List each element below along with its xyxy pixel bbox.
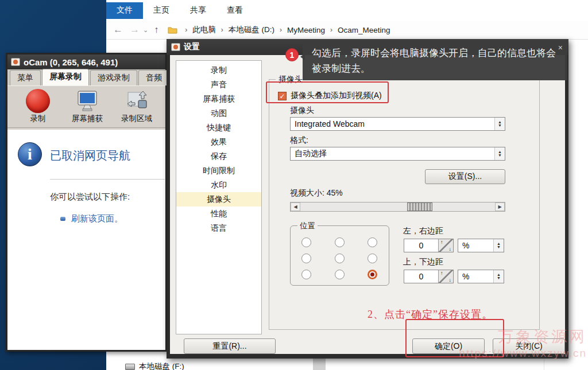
sidebar-item-drive-f[interactable]: 本地磁盘 (F:) [125,361,184,370]
camera-select-value: Integrated Webcam [295,119,365,128]
settings-nav-webcam[interactable]: 摄像头 [176,192,261,207]
slider-right-icon[interactable]: ▶ [495,202,505,211]
video-size-slider[interactable]: ◀ ▶ [290,202,505,212]
explorer-ribbon: 文件 主页 共享 查看 [106,2,253,19]
video-size-label: 视频大小: 45% [290,188,343,198]
screen-capture-icon [75,88,100,114]
spinner-updown-icon[interactable]: ↑↓ [438,270,453,283]
explorer-navbar: ← → ⌄ ↑ › 此电脑 › 本地磁盘 (D:) › MyMeeting › … [106,21,588,40]
top-bottom-unit-select[interactable]: % ▲▼ [458,270,504,283]
ocam-app-icon [11,58,20,66]
camera-settings-button[interactable]: 设置(S)... [425,169,505,184]
chevron-updown-icon[interactable]: ▲▼ [494,147,505,160]
record-button[interactable]: 录制 [13,88,63,127]
breadcrumb: › 此电脑 › 本地磁盘 (D:) › MyMeeting › Ocam_Mee… [168,24,392,36]
spinner-updown-icon[interactable]: ↑↓ [438,239,453,252]
chevron-updown-icon[interactable]: ▲▼ [493,239,504,252]
ocam-tab-menu[interactable]: 菜单 [10,70,41,85]
position-radio-bottom-left[interactable] [301,270,311,279]
left-right-margin-label: 左，右边距 [403,226,443,236]
format-select-value: 自动选择 [295,149,327,159]
refresh-link-row: 刷新该页面。 [60,213,123,224]
ocam-window: oCam (0, 265, 646, 491) 菜单 屏幕录制 游戏录制 音频 … [6,53,167,352]
position-radio-top-left[interactable] [301,237,311,247]
close-icon[interactable]: × [558,41,563,54]
slider-track[interactable] [300,202,495,211]
record-label: 录制 [30,114,46,124]
reset-button[interactable]: 重置(R)... [184,338,276,354]
settings-app-icon [171,43,180,51]
record-area-icon [124,88,149,114]
drive-label: 本地磁盘 (F:) [139,361,184,370]
left-right-margin-value[interactable]: 0 [404,239,438,252]
settings-nav-hotkeys[interactable]: 快捷键 [176,120,261,135]
drive-icon [125,364,135,370]
screen-capture-label: 屏幕捕获 [72,114,103,124]
settings-nav-screen-capture[interactable]: 屏幕捕获 [176,92,261,106]
position-radio-bottom-right[interactable] [368,270,377,279]
top-bottom-margin-value[interactable]: 0 [404,270,438,283]
format-label: 格式: [290,135,308,146]
folder-icon [168,26,177,34]
record-icon [25,88,51,114]
ocam-tabbar: 菜单 屏幕录制 游戏录制 音频 [7,69,165,85]
settings-nav-save[interactable]: 保存 [176,149,261,163]
top-bottom-margin-label: 上，下边距 [403,257,443,267]
position-groupbox [290,225,389,286]
ocam-titlebar[interactable]: oCam (0, 265, 646, 491) [7,54,165,69]
position-radio-middle-right[interactable] [368,254,377,263]
breadcrumb-sep: › [327,26,335,34]
settings-nav-language[interactable]: 语言 [176,221,261,235]
annotation-rect-checkbox [266,81,389,103]
left-right-margin-spinbox[interactable]: 0 ↑↓ [404,239,454,252]
camera-select[interactable]: Integrated Webcam ▲▼ [290,117,505,131]
chevron-updown-icon[interactable]: ▲▼ [493,270,504,283]
slider-thumb[interactable] [407,202,432,211]
top-bottom-margin-spinbox[interactable]: 0 ↑↓ [404,270,454,283]
position-radio-top-center[interactable] [335,237,345,247]
breadcrumb-drive-d[interactable]: 本地磁盘 (D:) [226,24,277,36]
left-right-unit-value: % [462,241,469,250]
back-icon[interactable]: ← [113,24,123,36]
ocam-title-text: oCam (0, 265, 646, 491) [24,57,118,67]
ribbon-tab-view[interactable]: 查看 [216,2,253,19]
refresh-page-link[interactable]: 刷新该页面。 [71,213,123,224]
record-area-label: 录制区域 [121,114,152,124]
history-dropdown-icon[interactable]: ⌄ [143,26,148,34]
position-radio-middle-center[interactable] [335,254,345,263]
breadcrumb-sep: › [277,26,285,34]
settings-nav-gif[interactable]: 动图 [176,106,261,120]
settings-nav-effects[interactable]: 效果 [176,135,261,149]
step1-badge: 1 [285,48,299,61]
breadcrumb-ocam-meeting[interactable]: Ocam_Meeting [335,25,393,36]
settings-nav-watermark[interactable]: 水印 [176,178,261,192]
try-following-text: 你可以尝试以下操作: [50,192,130,202]
settings-nav-record[interactable]: 录制 [176,63,261,77]
settings-nav-time-limit[interactable]: 时间限制 [176,163,261,178]
info-icon: i [18,142,42,166]
position-radio-top-right[interactable] [368,237,377,247]
position-radio-bottom-center[interactable] [335,270,345,279]
screen-capture-button[interactable]: 屏幕捕获 [63,88,112,127]
breadcrumb-this-pc[interactable]: 此电脑 [190,24,218,36]
tooltip-text: 勾选后，录屏时会将电脑摄像头开启，自己的信息也将会被录制进去。 [312,48,556,74]
slider-left-icon[interactable]: ◀ [291,202,300,211]
settings-nav-performance[interactable]: 性能 [176,207,261,221]
ribbon-tab-file[interactable]: 文件 [106,2,143,19]
ribbon-tab-share[interactable]: 共享 [180,2,216,19]
ocam-tab-screen-record[interactable]: 屏幕录制 [42,69,89,85]
ocam-embedded-page: i 已取消网页导航 你可以尝试以下操作: 刷新该页面。 [7,130,165,350]
position-radio-middle-left[interactable] [301,254,311,263]
up-icon[interactable]: ↑ [154,25,158,35]
record-area-button[interactable]: 录制区域 [112,88,161,127]
ocam-tab-audio[interactable]: 音频 [138,70,169,85]
ribbon-tab-home[interactable]: 主页 [143,2,180,19]
settings-nav-sound[interactable]: 声音 [176,77,261,92]
format-select[interactable]: 自动选择 ▲▼ [290,147,505,161]
chevron-updown-icon[interactable]: ▲▼ [494,118,505,130]
bullet-icon [60,217,65,221]
left-right-unit-select[interactable]: % ▲▼ [458,239,504,252]
breadcrumb-mymeeting[interactable]: MyMeeting [285,25,327,36]
forward-icon[interactable]: → [130,24,140,36]
ocam-tab-game-record[interactable]: 游戏录制 [90,70,137,85]
